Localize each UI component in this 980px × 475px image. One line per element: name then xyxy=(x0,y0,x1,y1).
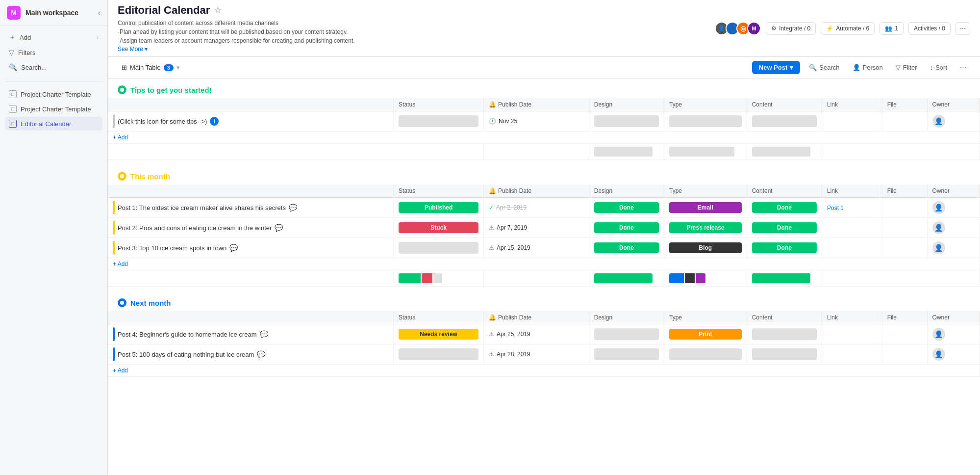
sidebar-item-editorial[interactable]: □ Editorial Calendar xyxy=(5,117,102,131)
type-cell[interactable]: Blog xyxy=(664,238,747,258)
publish-date-cell[interactable]: ⚠ Apr 28, 2019 xyxy=(484,344,589,365)
link-cell[interactable] xyxy=(822,218,882,238)
add-cell[interactable]: + Add xyxy=(108,258,980,270)
chat-icon[interactable]: 💬 xyxy=(229,244,238,252)
automate-button[interactable]: ⚡ Automate / 6 xyxy=(821,22,875,35)
design-cell[interactable]: Done xyxy=(589,218,664,238)
add-action[interactable]: ＋ Add › xyxy=(5,30,102,45)
status-cell[interactable]: Stuck xyxy=(394,218,484,238)
file-cell[interactable] xyxy=(882,344,927,365)
filters-action[interactable]: ▽ Filters xyxy=(5,46,102,59)
type-cell[interactable]: Press release xyxy=(664,218,747,238)
sort-button[interactable]: ↕ Sort xyxy=(926,61,951,74)
status-cell[interactable] xyxy=(394,111,484,132)
search-action[interactable]: 🔍 Search... xyxy=(5,60,102,74)
table-row: (Click this icon for some tips-->) i 🕐 N… xyxy=(108,111,980,132)
link-cell[interactable] xyxy=(822,111,882,132)
status-bar-green xyxy=(399,273,421,283)
link-cell[interactable]: Post 1 xyxy=(822,198,882,218)
design-cell[interactable] xyxy=(589,344,664,365)
chat-icon[interactable]: 💬 xyxy=(260,330,268,338)
filter-button[interactable]: ▽ Filter xyxy=(892,61,921,74)
publish-date-cell[interactable]: ✓ Apr 2, 2019 xyxy=(484,198,589,218)
status-cell[interactable]: Published xyxy=(394,198,484,218)
file-cell[interactable] xyxy=(882,111,927,132)
publish-date-cell[interactable]: 🕐 Nov 25 xyxy=(484,111,589,132)
status-cell[interactable] xyxy=(394,344,484,365)
search-toolbar-button[interactable]: 🔍 Search xyxy=(805,61,843,74)
publish-date-cell[interactable]: ⚠ Apr 25, 2019 xyxy=(484,324,589,344)
file-cell[interactable] xyxy=(882,218,927,238)
content-cell[interactable] xyxy=(747,324,822,344)
content-cell[interactable]: Done xyxy=(747,198,822,218)
design-cell[interactable]: Done xyxy=(589,238,664,258)
link-cell[interactable] xyxy=(822,324,882,344)
file-cell[interactable] xyxy=(882,198,927,218)
see-more-link[interactable]: See More ▾ xyxy=(118,46,148,53)
owner-cell[interactable]: 👤 xyxy=(927,111,980,132)
file-cell[interactable] xyxy=(882,324,927,344)
chat-icon[interactable]: 💬 xyxy=(257,350,265,358)
status-cell[interactable]: Needs review xyxy=(394,324,484,344)
chat-icon[interactable]: 💬 xyxy=(275,224,283,232)
star-icon[interactable]: ☆ xyxy=(214,5,222,16)
link-cell[interactable] xyxy=(822,238,882,258)
summary-publish xyxy=(484,144,589,160)
sidebar-item-project1[interactable]: □ Project Charter Template xyxy=(5,87,102,101)
owner-avatar[interactable]: 👤 xyxy=(932,348,945,361)
add-item-button[interactable]: + Add xyxy=(113,261,975,267)
add-cell[interactable]: + Add xyxy=(108,132,980,144)
type-cell[interactable] xyxy=(664,111,747,132)
owner-avatar[interactable]: 👤 xyxy=(932,221,945,234)
link-text[interactable]: Post 1 xyxy=(827,205,844,211)
members-button[interactable]: 👥 1 xyxy=(879,22,904,35)
owner-avatar[interactable]: 👤 xyxy=(932,201,945,214)
person-filter-button[interactable]: 👤 Person xyxy=(849,61,887,74)
owner-cell[interactable]: 👤 xyxy=(927,324,980,344)
summary-content-bar xyxy=(752,273,810,283)
col-name xyxy=(108,311,394,324)
status-cell[interactable] xyxy=(394,238,484,258)
integrate-button[interactable]: ⚙ Integrate / 0 xyxy=(766,22,816,35)
table-selector[interactable]: ⊞ Main Table 3 ▾ xyxy=(118,61,184,74)
link-cell[interactable] xyxy=(822,344,882,365)
collapse-button[interactable]: ‹ xyxy=(98,8,101,17)
add-item-button[interactable]: + Add xyxy=(113,367,975,374)
toolbar-more-button[interactable]: ⋯ xyxy=(956,61,970,74)
activities-button[interactable]: Activities / 0 xyxy=(908,22,951,35)
content-area: Tips to get you started! Status 🔔 Publis… xyxy=(108,79,980,475)
type-cell[interactable]: Email xyxy=(664,198,747,218)
tip-icon[interactable]: i xyxy=(210,117,219,126)
publish-date-cell[interactable]: ⚠ Apr 15, 2019 xyxy=(484,238,589,258)
row-border xyxy=(113,241,115,255)
table-header-row: Status 🔔 Publish Date Design Type Conten… xyxy=(108,98,980,111)
owner-cell[interactable]: 👤 xyxy=(927,218,980,238)
owner-cell[interactable]: 👤 xyxy=(927,238,980,258)
col-file-header: File xyxy=(882,185,927,198)
owner-cell[interactable]: 👤 xyxy=(927,198,980,218)
more-options-button[interactable]: ⋯ xyxy=(955,22,970,35)
content-cell[interactable] xyxy=(747,344,822,365)
col-content-header: Content xyxy=(747,311,822,324)
owner-cell[interactable]: 👤 xyxy=(927,344,980,365)
add-item-button[interactable]: + Add xyxy=(113,134,975,141)
design-cell[interactable]: Done xyxy=(589,198,664,218)
sidebar-item-project2[interactable]: □ Project Charter Template xyxy=(5,102,102,116)
publish-date-cell[interactable]: ⚠ Apr 7, 2019 xyxy=(484,218,589,238)
design-cell[interactable] xyxy=(589,111,664,132)
content-cell[interactable]: Done xyxy=(747,218,822,238)
type-cell[interactable]: Print xyxy=(664,324,747,344)
owner-avatar[interactable]: 👤 xyxy=(932,115,945,128)
add-cell[interactable]: + Add xyxy=(108,365,980,377)
col-status-header: Status xyxy=(394,311,484,324)
content-cell[interactable]: Done xyxy=(747,238,822,258)
type-cell[interactable] xyxy=(664,344,747,365)
new-post-button[interactable]: New Post ▾ xyxy=(752,61,801,74)
file-cell[interactable] xyxy=(882,238,927,258)
content-cell[interactable] xyxy=(747,111,822,132)
type-bar-purple xyxy=(696,273,705,283)
design-cell[interactable] xyxy=(589,324,664,344)
owner-avatar[interactable]: 👤 xyxy=(932,241,945,254)
chat-icon[interactable]: 💬 xyxy=(289,204,297,211)
owner-avatar[interactable]: 👤 xyxy=(932,328,945,341)
